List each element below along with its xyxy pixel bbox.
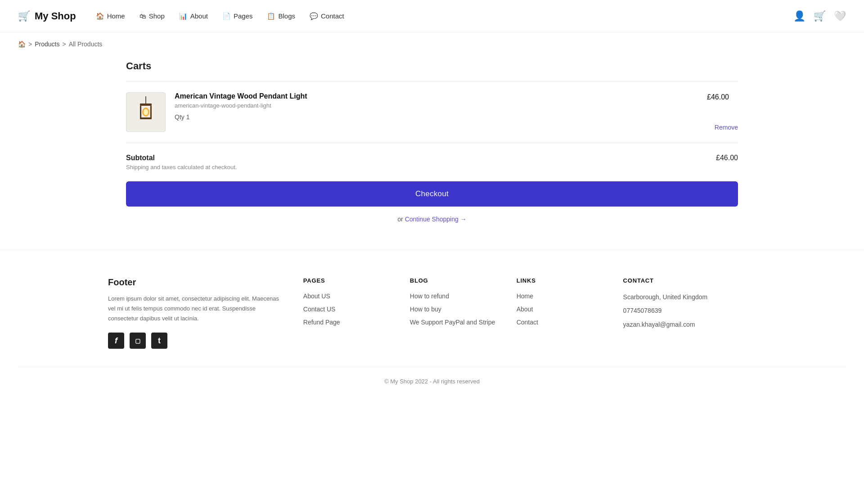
navbar: 🛒 My Shop 🏠 Home 🛍 Shop 📊 About 📄 Pages …: [0, 0, 864, 32]
footer-blog-col: BLOG How to refund How to buy We Support…: [410, 277, 499, 349]
footer-refund-page[interactable]: Refund Page: [303, 319, 340, 326]
nav-links: 🏠 Home 🛍 Shop 📊 About 📄 Pages 📋 Blogs 💬 …: [90, 9, 793, 24]
subtotal-note: Shipping and taxes calculated at checkou…: [126, 164, 237, 171]
about-icon: 📊: [179, 12, 188, 20]
breadcrumb-current: All Products: [69, 40, 103, 48]
breadcrumb: 🏠 > Products > All Products: [0, 32, 864, 56]
nav-home[interactable]: 🏠 Home: [90, 9, 131, 24]
footer-contact-us[interactable]: Contact US: [303, 306, 336, 313]
main-content: Carts: [108, 56, 756, 250]
cart-item-qty: Qty 1: [175, 113, 707, 121]
nav-icons: 👤 🛒 🤍: [793, 10, 846, 22]
checkout-button[interactable]: Checkout: [126, 181, 738, 207]
footer-link-contact[interactable]: Contact: [517, 319, 538, 326]
breadcrumb-sep1: >: [28, 40, 32, 48]
footer-brand: Footer Lorem ipsum dolor sit amet, conse…: [108, 277, 285, 349]
footer-contact-address: Scarborough, United Kingdom: [623, 292, 756, 302]
footer-brand-title: Footer: [108, 277, 285, 288]
shop-icon: 🛍: [140, 12, 146, 20]
cart-item-right: £46.00 Remove: [707, 92, 738, 132]
footer-paypal-stripe[interactable]: We Support PayPal and Stripe: [410, 319, 495, 326]
contact-icon: 💬: [310, 12, 318, 20]
footer-links-col: LINKS Home About Contact: [517, 277, 605, 349]
footer-how-to-buy[interactable]: How to buy: [410, 306, 441, 313]
home-icon: 🏠: [96, 12, 104, 20]
nav-blogs[interactable]: 📋 Blogs: [261, 9, 302, 24]
cart-item-image: [126, 92, 166, 132]
breadcrumb-products[interactable]: Products: [35, 40, 59, 48]
footer: Footer Lorem ipsum dolor sit amet, conse…: [0, 250, 864, 398]
wishlist-icon[interactable]: 🤍: [834, 10, 846, 22]
footer-about-us[interactable]: About US: [303, 292, 330, 300]
footer-copyright: © My Shop 2022 - All rights reserved: [384, 378, 480, 385]
social-icons: f ▢ t: [108, 333, 285, 349]
footer-bottom: © My Shop 2022 - All rights reserved: [18, 367, 846, 385]
footer-link-home[interactable]: Home: [517, 292, 533, 300]
subtotal-row: Subtotal Shipping and taxes calculated a…: [126, 143, 738, 175]
cart-item: American Vintage Wood Pendant Light amer…: [126, 81, 738, 143]
footer-pages-heading: PAGES: [303, 277, 392, 284]
footer-contact-email: yazan.khayal@gmail.com: [623, 320, 756, 329]
nav-contact[interactable]: 💬 Contact: [303, 9, 351, 24]
footer-blog-list: How to refund How to buy We Support PayP…: [410, 292, 499, 326]
footer-pages-col: PAGES About US Contact US Refund Page: [303, 277, 392, 349]
breadcrumb-sep2: >: [62, 40, 66, 48]
cart-icon-brand: 🛒: [18, 10, 30, 22]
footer-contact-heading: CONTACT: [623, 277, 756, 284]
product-image-svg: [130, 96, 162, 128]
footer-blog-heading: BLOG: [410, 277, 499, 284]
pages-icon: 📄: [222, 12, 231, 20]
cart-title: Carts: [126, 60, 738, 72]
blogs-icon: 📋: [267, 12, 275, 20]
subtotal-label: Subtotal: [126, 154, 237, 162]
footer-brand-description: Lorem ipsum dolor sit amet, consectetur …: [108, 294, 285, 324]
user-icon[interactable]: 👤: [793, 10, 806, 22]
footer-contact-phone: 07745078639: [623, 306, 756, 315]
footer-links-list: Home About Contact: [517, 292, 605, 326]
footer-grid: Footer Lorem ipsum dolor sit amet, conse…: [108, 277, 756, 349]
svg-rect-2: [140, 104, 152, 106]
nav-shop[interactable]: 🛍 Shop: [133, 9, 171, 23]
cart-item-name: American Vintage Wood Pendant Light: [175, 92, 707, 100]
continue-text: or: [397, 216, 405, 223]
instagram-icon[interactable]: ▢: [130, 333, 146, 349]
footer-how-to-refund[interactable]: How to refund: [410, 292, 449, 300]
footer-pages-list: About US Contact US Refund Page: [303, 292, 392, 326]
brand-logo[interactable]: 🛒 My Shop: [18, 10, 76, 22]
cart-item-details: American Vintage Wood Pendant Light amer…: [175, 92, 707, 121]
breadcrumb-home-icon[interactable]: 🏠: [18, 40, 26, 48]
svg-rect-3: [140, 106, 141, 118]
continue-shopping: or Continue Shopping →: [126, 216, 738, 223]
nav-about[interactable]: 📊 About: [173, 9, 214, 24]
cart-item-sku: american-vintage-wood-pendant-light: [175, 102, 707, 109]
cart-item-price: £46.00: [707, 92, 729, 101]
subtotal-left: Subtotal Shipping and taxes calculated a…: [126, 154, 237, 171]
nav-pages[interactable]: 📄 Pages: [216, 9, 259, 24]
svg-point-7: [144, 109, 148, 115]
twitter-icon[interactable]: t: [151, 333, 167, 349]
footer-link-about[interactable]: About: [517, 306, 533, 313]
svg-rect-4: [150, 106, 152, 118]
continue-shopping-link[interactable]: Continue Shopping →: [405, 216, 467, 223]
svg-rect-5: [140, 117, 152, 119]
brand-name: My Shop: [35, 10, 76, 22]
footer-contact-col: CONTACT Scarborough, United Kingdom 0774…: [623, 277, 756, 349]
facebook-icon[interactable]: f: [108, 333, 124, 349]
subtotal-amount: £46.00: [716, 154, 738, 162]
footer-links-heading: LINKS: [517, 277, 605, 284]
cart-icon[interactable]: 🛒: [814, 10, 826, 22]
remove-button[interactable]: Remove: [715, 124, 738, 132]
